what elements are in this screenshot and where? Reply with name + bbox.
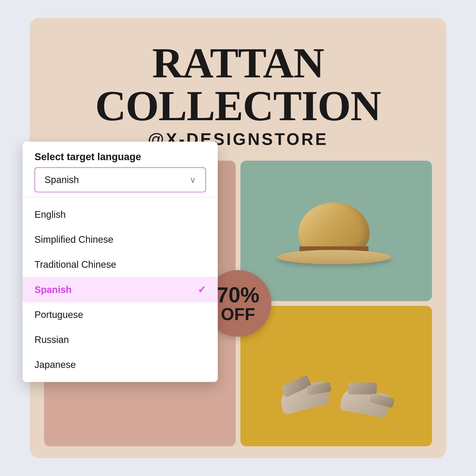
dropdown-selected-display[interactable]: Spanish ∨ <box>34 167 206 192</box>
hat-cell <box>240 161 432 301</box>
shoes-cell <box>240 306 432 446</box>
shoes-image <box>282 338 391 414</box>
language-dropdown-panel: Select target language Spanish ∨ English… <box>23 142 218 382</box>
page-title: RATTAN COLLECTION <box>44 42 432 127</box>
dropdown-label: Select target language <box>23 142 218 167</box>
language-option-label: Spanish <box>34 284 72 295</box>
list-item[interactable]: Russian <box>23 327 218 352</box>
language-option-label: Portuguese <box>34 309 83 320</box>
discount-percent: 70% <box>217 284 259 306</box>
checkmark-icon: ✓ <box>198 284 206 295</box>
language-option-label: Simplified Chinese <box>34 234 113 245</box>
language-option-label: Traditional Chinese <box>34 259 116 270</box>
language-option-label: Russian <box>34 334 69 345</box>
shoe-left <box>278 380 330 415</box>
language-option-label: Japanese <box>34 359 76 370</box>
list-item[interactable]: Japanese <box>23 352 218 377</box>
list-item[interactable]: Simplified Chinese <box>23 227 218 252</box>
dropdown-divider <box>23 197 218 197</box>
main-card: RATTAN COLLECTION @X-DESIGNSTORE <box>30 18 446 458</box>
discount-off: OFF <box>221 306 255 323</box>
title-line2: COLLECTION <box>95 82 381 130</box>
hat-brim <box>277 250 391 264</box>
chevron-down-icon: ∨ <box>190 175 196 185</box>
list-item[interactable]: Portuguese <box>23 302 218 327</box>
hat-image <box>277 188 396 274</box>
list-item[interactable]: Spanish ✓ <box>23 277 218 302</box>
title-line1: RATTAN <box>152 39 324 87</box>
list-item[interactable]: English <box>23 202 218 227</box>
header-section: RATTAN COLLECTION @X-DESIGNSTORE <box>44 32 432 161</box>
shoe-right <box>339 386 390 418</box>
dropdown-selected-value: Spanish <box>45 174 79 185</box>
list-item[interactable]: Traditional Chinese <box>23 252 218 277</box>
language-option-label: English <box>34 209 66 220</box>
